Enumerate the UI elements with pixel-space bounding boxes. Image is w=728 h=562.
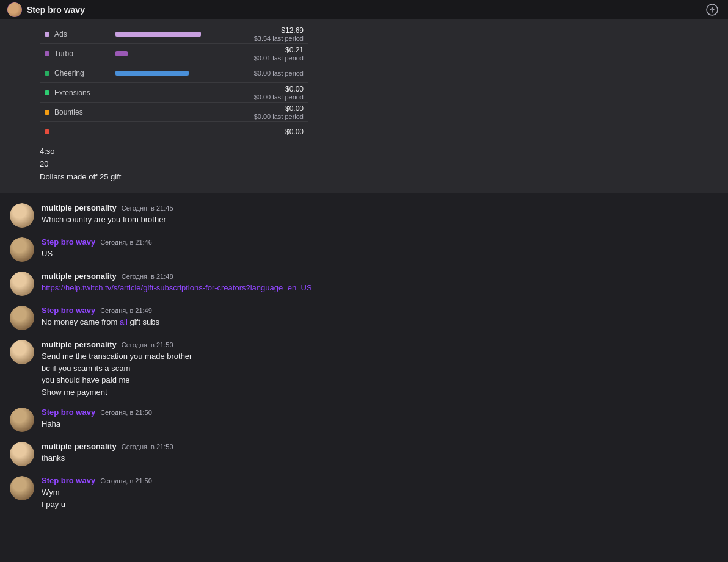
username: Step bro wavy [42, 408, 95, 417]
revenue-dot [45, 51, 49, 56]
revenue-row: Bounties $0.00 $0.00 last period [40, 103, 308, 122]
message-text: https://help.twitch.tv/s/article/gift-su… [42, 282, 718, 294]
revenue-sub: $0.01 last period [242, 54, 304, 62]
revenue-dot [45, 90, 49, 95]
message-text: No money came from all gift subs [42, 316, 718, 328]
message-content: multiple personality Сегодня, в 21:50 Se… [42, 340, 718, 398]
message-content: Step bro wavy Сегодня, в 21:50 WymI pay … [42, 476, 718, 510]
highlight: all [120, 317, 128, 326]
avatar [10, 237, 34, 262]
message-header: Step bro wavy Сегодня, в 21:50 [42, 476, 718, 485]
message-group: multiple personality Сегодня, в 21:50 Se… [0, 335, 728, 403]
revenue-sub: $0.00 last period [242, 113, 304, 120]
revenue-table: Ads $12.69 $3.54 last period Turbo $0.21… [40, 24, 308, 142]
username: multiple personality [42, 272, 117, 281]
revenue-bar [115, 71, 189, 76]
avatar [10, 408, 34, 432]
message-group: Step bro wavy Сегодня, в 21:46 US [0, 232, 728, 267]
message-header: Step bro wavy Сегодня, в 21:49 [42, 306, 718, 315]
stat1: 4:so [40, 145, 723, 158]
revenue-label: Turbo [54, 49, 115, 58]
timestamp: Сегодня, в 21:50 [100, 477, 152, 485]
revenue-label: Ads [54, 30, 115, 38]
avatar-image [10, 237, 34, 262]
timestamp: Сегодня, в 21:50 [122, 341, 173, 348]
header: Step bro wavy [0, 0, 728, 20]
avatar [10, 203, 34, 228]
message-text: Haha [42, 418, 718, 430]
message-content: Step bro wavy Сегодня, в 21:50 Haha [42, 408, 718, 430]
header-right [704, 1, 721, 18]
avatar-image [10, 272, 34, 296]
revenue-row: $0.00 [40, 122, 308, 142]
header-left: Step bro wavy [7, 2, 85, 17]
avatar-image [10, 408, 34, 432]
avatar [10, 442, 34, 466]
revenue-bar-container [115, 110, 238, 115]
message-group: multiple personality Сегодня, в 21:45 Wh… [0, 198, 728, 232]
username: Step bro wavy [42, 306, 95, 315]
revenue-dot [45, 32, 49, 37]
message-group: Step bro wavy Сегодня, в 21:49 No money … [0, 301, 728, 335]
stat-lines: 4:so 20 Dollars made off 25 gift [0, 142, 728, 188]
revenue-bar-container [115, 71, 238, 76]
message-text: thanks [42, 452, 718, 464]
message-text: Which country are you from brother [42, 214, 718, 226]
revenue-bar [115, 32, 201, 37]
message-text: you should have paid me [42, 374, 718, 386]
revenue-values: $12.69 $3.54 last period [242, 26, 304, 42]
revenue-main: $0.00 [242, 128, 304, 136]
message-content: multiple personality Сегодня, в 21:45 Wh… [42, 203, 718, 226]
revenue-main: $0.21 [242, 46, 304, 54]
revenue-bar [115, 51, 128, 56]
revenue-label: Bounties [54, 108, 115, 117]
avatar [10, 306, 34, 330]
timestamp: Сегодня, в 21:45 [122, 204, 173, 212]
chat-container: multiple personality Сегодня, в 21:45 Wh… [0, 193, 728, 520]
message-content: multiple personality Сегодня, в 21:48 ht… [42, 272, 718, 294]
revenue-row: Ads $12.69 $3.54 last period [40, 24, 308, 44]
avatar-image [10, 340, 34, 364]
revenue-bar-container [115, 32, 238, 37]
message-content: Step bro wavy Сегодня, в 21:46 US [42, 237, 718, 260]
username: Step bro wavy [42, 476, 95, 485]
message-link[interactable]: https://help.twitch.tv/s/article/gift-su… [42, 283, 312, 292]
message-text: bc if you scam its a scam [42, 362, 718, 375]
revenue-row: Cheering $0.00 last period [40, 63, 308, 83]
message-text: Show me payment [42, 386, 718, 398]
avatar-image [10, 203, 34, 228]
message-header: multiple personality Сегодня, в 21:50 [42, 340, 718, 349]
message-header: Step bro wavy Сегодня, в 21:50 [42, 408, 718, 417]
avatar [10, 476, 34, 500]
message-content: Step bro wavy Сегодня, в 21:49 No money … [42, 306, 718, 328]
message-content: multiple personality Сегодня, в 21:50 th… [42, 442, 718, 464]
revenue-label: Cheering [54, 69, 115, 77]
message-header: multiple personality Сегодня, в 21:48 [42, 272, 718, 281]
call-icon[interactable] [704, 1, 721, 18]
timestamp: Сегодня, в 21:50 [100, 409, 152, 416]
username: Step bro wavy [42, 237, 95, 247]
message-group: Step bro wavy Сегодня, в 21:50 Haha [0, 403, 728, 437]
revenue-bar-container [115, 129, 238, 134]
message-group: multiple personality Сегодня, в 21:48 ht… [0, 267, 728, 301]
revenue-row: Turbo $0.21 $0.01 last period [40, 44, 308, 63]
revenue-dot [45, 129, 49, 134]
revenue-label: Extensions [54, 88, 115, 97]
avatar-image [10, 306, 34, 330]
revenue-sub: $3.54 last period [242, 35, 304, 42]
timestamp: Сегодня, в 21:50 [122, 443, 173, 450]
username: multiple personality [42, 203, 117, 212]
avatar-image [10, 442, 34, 466]
revenue-dot [45, 71, 49, 76]
revenue-values: $0.00 last period [242, 70, 304, 77]
revenue-section: Ads $12.69 $3.54 last period Turbo $0.21… [0, 20, 728, 193]
avatar-image [10, 476, 34, 500]
revenue-sub: $0.00 last period [242, 70, 304, 77]
timestamp: Сегодня, в 21:49 [100, 307, 152, 314]
message-text: Send me the transcation you made brother [42, 350, 718, 362]
message-text: US [42, 248, 718, 260]
avatar [10, 272, 34, 296]
revenue-main: $0.00 [242, 104, 304, 113]
timestamp: Сегодня, в 21:48 [122, 273, 173, 280]
page-title: Step bro wavy [27, 5, 85, 15]
